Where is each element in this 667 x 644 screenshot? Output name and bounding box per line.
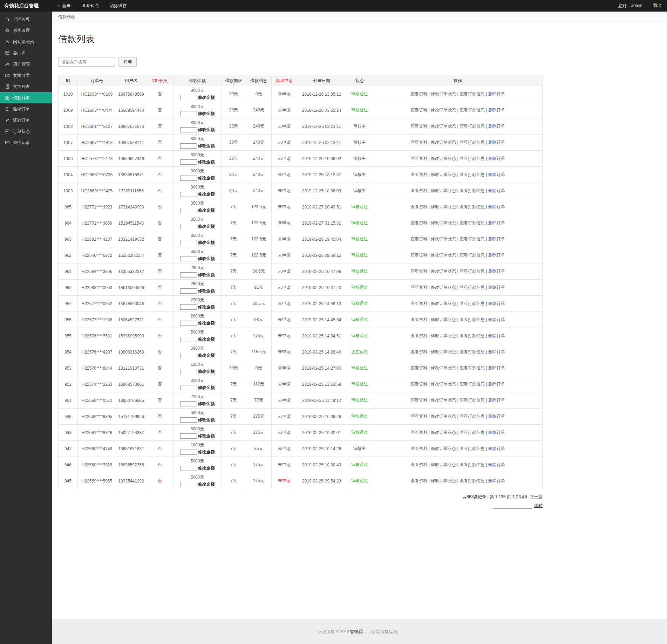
action-delete-order[interactable]: 删除订单 [488,478,505,483]
action-view-profile[interactable]: 查看资料 [410,478,427,483]
amount-input[interactable] [180,450,197,455]
page-link-2[interactable]: 2 [516,494,518,499]
action-edit-order-status[interactable]: 修改订单状态 [431,382,456,386]
action-view-payment-info[interactable]: 查看打款信息 [460,349,485,354]
sidebar-item-sms[interactable]: 短信记录 [0,137,52,148]
action-view-payment-info[interactable]: 查看打款信息 [460,462,485,467]
action-delete-order[interactable]: 删除订单 [488,91,505,96]
page-link-5[interactable]: 5 [525,494,527,499]
action-view-payment-info[interactable]: 查看打款信息 [460,301,485,306]
action-view-payment-info[interactable]: 查看打款信息 [460,285,485,290]
action-view-profile[interactable]: 查看资料 [410,172,427,177]
action-edit-order-status[interactable]: 修改订单状态 [431,333,456,338]
amount-input[interactable] [180,224,197,229]
action-edit-order-status[interactable]: 修改订单状态 [431,462,456,467]
amount-input[interactable] [180,466,197,471]
modify-amount-button[interactable]: 修改金额 [198,208,215,213]
modify-amount-button[interactable]: 修改金额 [198,337,215,342]
action-delete-order[interactable]: 删除订单 [488,462,505,467]
sidebar-item-overdue[interactable]: 逾期订单 [0,103,52,115]
sidebar-item-home[interactable]: 管理首页 [0,14,52,25]
action-edit-order-status[interactable]: 修改订单状态 [431,365,456,370]
action-view-profile[interactable]: 查看资料 [410,220,427,225]
action-edit-order-status[interactable]: 修改订单状态 [431,204,456,209]
phone-search-input[interactable] [58,57,115,67]
action-view-profile[interactable]: 查看资料 [410,140,427,145]
action-view-profile[interactable]: 查看资料 [410,317,427,322]
action-edit-order-status[interactable]: 修改订单状态 [431,108,456,112]
modify-amount-button[interactable]: 修改金额 [198,304,215,309]
action-view-payment-info[interactable]: 查看打款信息 [460,365,485,370]
action-view-profile[interactable]: 查看资料 [410,382,427,386]
action-view-payment-info[interactable]: 查看打款信息 [460,140,485,145]
amount-input[interactable] [180,482,197,487]
amount-input[interactable] [180,127,197,132]
action-view-payment-info[interactable]: 查看打款信息 [460,478,485,483]
action-edit-order-status[interactable]: 修改订单状态 [431,188,456,193]
action-delete-order[interactable]: 删除订单 [488,237,505,241]
action-edit-order-status[interactable]: 修改订单状态 [431,317,456,322]
action-edit-order-status[interactable]: 修改订单状态 [431,349,456,354]
action-edit-order-status[interactable]: 修改订单状态 [431,172,456,177]
modify-amount-button[interactable]: 修改金额 [198,466,215,471]
action-view-payment-info[interactable]: 查看打款信息 [460,414,485,419]
action-edit-order-status[interactable]: 修改订单状态 [431,220,456,225]
amount-input[interactable] [180,95,197,100]
action-edit-order-status[interactable]: 修改订单状态 [431,237,456,241]
amount-input[interactable] [180,240,197,245]
action-view-profile[interactable]: 查看资料 [410,333,427,338]
action-view-payment-info[interactable]: 查看打款信息 [460,333,485,338]
action-view-payment-info[interactable]: 查看打款信息 [460,237,485,241]
action-view-profile[interactable]: 查看资料 [410,91,427,96]
action-view-payment-info[interactable]: 查看打款信息 [460,204,485,209]
action-view-profile[interactable]: 查看资料 [410,430,427,435]
amount-input[interactable] [180,272,197,278]
action-view-payment-info[interactable]: 查看打款信息 [460,188,485,193]
modify-amount-button[interactable]: 修改金额 [198,321,215,326]
next-page-link[interactable]: 下一页 [530,494,543,499]
modify-amount-button[interactable]: 修改金额 [198,482,215,487]
modify-amount-button[interactable]: 修改金额 [198,143,215,148]
modify-amount-button[interactable]: 修改金额 [198,288,215,293]
action-delete-order[interactable]: 删除订单 [488,317,505,322]
action-edit-order-status[interactable]: 修改订单状态 [431,285,456,290]
jump-page-input[interactable] [493,503,532,509]
sidebar-item-users[interactable]: 用户管理 [0,59,52,70]
action-delete-order[interactable]: 删除订单 [488,156,505,161]
action-edit-order-status[interactable]: 修改订单状态 [431,269,456,274]
sidebar-item-block[interactable]: 自由块 [0,47,52,59]
action-edit-order-status[interactable]: 修改订单状态 [431,446,456,451]
action-view-payment-info[interactable]: 查看打款信息 [460,446,485,451]
action-view-profile[interactable]: 查看资料 [410,414,427,419]
page-link-4[interactable]: 4 [522,494,524,499]
action-delete-order[interactable]: 删除订单 [488,446,505,451]
action-edit-order-status[interactable]: 修改订单状态 [431,478,456,483]
action-view-payment-info[interactable]: 查看打款信息 [460,156,485,161]
topbar-item-new[interactable]: +新建 [52,0,76,12]
amount-input[interactable] [180,337,197,342]
modify-amount-button[interactable]: 修改金额 [198,95,215,100]
modify-amount-button[interactable]: 修改金额 [198,127,215,132]
action-view-profile[interactable]: 查看资料 [410,269,427,274]
action-view-payment-info[interactable]: 查看打款信息 [460,398,485,403]
action-delete-order[interactable]: 删除订单 [488,301,505,306]
amount-input[interactable] [180,369,197,374]
action-view-profile[interactable]: 查看资料 [410,301,427,306]
action-view-profile[interactable]: 查看资料 [410,188,427,193]
amount-input[interactable] [180,288,197,294]
action-view-profile[interactable]: 查看资料 [410,124,427,129]
action-view-profile[interactable]: 查看资料 [410,365,427,370]
sidebar-item-admin[interactable]: 网站管理员 [0,36,52,47]
modify-amount-button[interactable]: 修改金额 [198,192,215,197]
modify-amount-button[interactable]: 修改金额 [198,272,215,277]
action-delete-order[interactable]: 删除订单 [488,269,505,274]
modify-amount-button[interactable]: 修改金额 [198,256,215,261]
amount-input[interactable] [180,401,197,406]
sidebar-item-repay[interactable]: 还款订单 [0,115,52,126]
action-edit-order-status[interactable]: 修改订单状态 [431,414,456,419]
page-link-3[interactable]: 3 [519,494,521,499]
amount-input[interactable] [180,208,197,213]
action-delete-order[interactable]: 删除订单 [488,382,505,386]
action-delete-order[interactable]: 删除订单 [488,333,505,338]
logout-link[interactable]: 退出 [647,0,667,12]
